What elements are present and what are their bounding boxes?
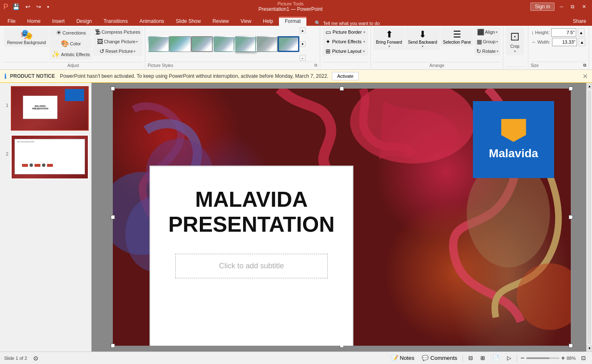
scroll-up-button[interactable]: ▲ — [587, 83, 592, 89]
tab-view[interactable]: View — [235, 17, 257, 26]
selection-pane-button[interactable]: ☰ Selection Pane — [440, 27, 473, 46]
gallery-item-5[interactable] — [234, 36, 256, 52]
width-spinner-up[interactable]: ▲ — [579, 38, 585, 46]
zoom-slider[interactable] — [526, 357, 560, 359]
artistic-effects-icon: ✨ — [52, 50, 60, 58]
tab-animations[interactable]: Animations — [134, 17, 170, 26]
notification-close-button[interactable]: ✕ — [582, 72, 588, 80]
gallery-item-2[interactable] — [169, 36, 191, 52]
change-picture-arrow: ▾ — [136, 40, 138, 44]
arrange-buttons: ⬆ Bring Forward ▾ ⬇ Send Backward ▾ — [373, 27, 500, 56]
qat-save-button[interactable]: 💾 — [11, 2, 21, 11]
scroll-down-button[interactable]: ▼ — [587, 345, 592, 352]
picture-styles-expand-button[interactable]: ⧉ — [314, 63, 317, 68]
handle-top-center[interactable] — [340, 87, 344, 91]
tab-review[interactable]: Review — [206, 17, 234, 26]
picture-styles-footer: Picture Styles ⧉ — [148, 62, 317, 68]
width-label: ↔ Width: — [532, 40, 550, 45]
change-picture-button[interactable]: 🖼 Change Picture ▾ — [93, 37, 142, 46]
gallery-item-7[interactable] — [278, 36, 299, 52]
slide-1-bg: MALAVIDA PRESENTATION — [12, 87, 88, 130]
signin-button[interactable]: Sign in — [530, 2, 555, 11]
group-button[interactable]: ▦ Group ▾ — [474, 37, 500, 46]
align-button[interactable]: ⬛ Align ▾ — [474, 27, 500, 37]
minimize-button[interactable]: ─ — [557, 3, 566, 10]
picture-effects-arrow: ▾ — [363, 40, 365, 44]
size-expand-button[interactable]: ⧉ — [583, 63, 586, 68]
picture-effects-button[interactable]: ✦ Picture Effects ▾ — [323, 37, 368, 46]
picture-border-button[interactable]: ▭ Picture Border ▾ — [323, 27, 368, 37]
remove-background-button[interactable]: 🎭 Remove Background — [4, 27, 49, 47]
tab-design[interactable]: Design — [70, 17, 97, 26]
notification-bar: ℹ PRODUCT NOTICE PowerPoint hasn't been … — [0, 70, 592, 83]
notification-icon: ℹ — [4, 72, 7, 80]
tab-format[interactable]: Format — [279, 17, 306, 26]
bring-forward-button[interactable]: ⬆ Bring Forward ▾ — [373, 27, 405, 50]
tab-home[interactable]: Home — [21, 17, 46, 26]
crop-button[interactable]: ⊡ Crop ▾ — [506, 27, 524, 55]
gallery-item-1[interactable] — [148, 36, 169, 52]
scroll-thumb[interactable] — [587, 90, 591, 344]
normal-view-button[interactable]: ⊟ — [466, 354, 475, 362]
handle-top-left[interactable] — [111, 87, 115, 91]
tab-insert[interactable]: Insert — [46, 17, 70, 26]
send-backward-icon: ⬇ — [419, 29, 426, 40]
title-bar-tools-label: Picture Tools — [278, 1, 304, 6]
reading-view-button[interactable]: 📄 — [490, 354, 502, 362]
tab-slideshow[interactable]: Slide Show — [170, 17, 206, 26]
notification-label: PRODUCT NOTICE — [10, 73, 55, 79]
tab-transitions[interactable]: Transitions — [98, 17, 134, 26]
share-button[interactable]: Share — [569, 17, 590, 26]
height-spinner-up[interactable]: ▲ — [578, 28, 585, 37]
height-input[interactable] — [551, 28, 576, 37]
comments-icon: 💬 — [422, 355, 429, 361]
qat-redo-button[interactable]: ↪ — [35, 2, 43, 11]
gallery-item-3[interactable] — [191, 36, 213, 52]
tab-help[interactable]: Help — [257, 17, 279, 26]
slide-sorter-button[interactable]: ⊞ — [478, 354, 487, 362]
fit-slide-button[interactable]: ⊡ — [579, 354, 588, 362]
main-area: 1 MALAVIDA PRESENTATION 2 Title Lorem Ip… — [0, 83, 592, 352]
content-box[interactable]: MALAVIDAPRESENTATION Click to add subtit… — [149, 166, 353, 346]
zoom-out-button[interactable]: − — [520, 354, 524, 362]
gallery-expand-button[interactable]: ⌄ — [300, 55, 306, 61]
artistic-effects-button[interactable]: ✨ Artistic Effects — [50, 49, 92, 59]
gallery-scroll-down-button[interactable]: ▼ — [300, 41, 306, 47]
close-button[interactable]: ✕ — [580, 3, 589, 10]
vertical-scrollbar[interactable]: ▲ ▼ — [586, 83, 592, 352]
qat-undo-button[interactable]: ↩ — [24, 2, 32, 11]
handle-bottom-left[interactable] — [111, 344, 115, 348]
zoom-in-button[interactable]: + — [561, 354, 565, 362]
activate-button[interactable]: Activate — [332, 72, 359, 80]
reset-picture-button[interactable]: ↺ Reset Picture ▾ — [93, 47, 142, 56]
gallery-item-4[interactable] — [213, 36, 234, 52]
rotate-button[interactable]: ↻ Rotate ▾ — [474, 47, 500, 56]
notes-button[interactable]: 📝 Notes — [389, 354, 417, 362]
title-bar-filename: Presentation1 — PowerPoint — [259, 6, 323, 12]
gallery-scroll-up-button[interactable]: ▲ — [300, 27, 306, 33]
handle-middle-left[interactable] — [111, 215, 115, 219]
accessibility-button[interactable]: ⊙ — [31, 354, 40, 363]
slide-thumb-1[interactable]: MALAVIDA PRESENTATION — [11, 86, 89, 131]
restore-button[interactable]: ⧉ — [568, 3, 577, 10]
subtitle-placeholder[interactable]: Click to add subtitle — [175, 254, 327, 278]
width-input[interactable] — [552, 38, 577, 46]
qat-customize-button[interactable]: ▾ — [45, 4, 51, 10]
handle-top-right[interactable] — [569, 87, 573, 91]
slide-thumb-container-2: 2 Title Lorem Ipsum Dolor — [2, 135, 89, 179]
gallery-item-6[interactable] — [256, 36, 278, 52]
width-input-row: ↔ Width: ▲ — [532, 38, 585, 46]
handle-middle-right[interactable] — [569, 215, 573, 219]
slide-thumb-2[interactable]: Title Lorem Ipsum Dolor — [11, 135, 89, 179]
status-separator-2 — [517, 355, 517, 362]
picture-layout-button[interactable]: ⊞ Picture Layout ▾ — [323, 47, 368, 56]
picture-layout-arrow: ▾ — [363, 50, 365, 53]
send-backward-button[interactable]: ⬇ Send Backward ▾ — [405, 27, 440, 50]
compress-pictures-button[interactable]: 🗜 Compress Pictures — [93, 27, 142, 37]
comments-button[interactable]: 💬 Comments — [420, 354, 459, 362]
presenter-view-button[interactable]: ▷ — [505, 354, 513, 362]
tab-file[interactable]: File — [2, 17, 21, 26]
color-button[interactable]: 🎨 Color — [50, 38, 92, 49]
corrections-button[interactable]: ☀ Corrections — [50, 27, 92, 38]
handle-bottom-right[interactable] — [569, 344, 573, 348]
